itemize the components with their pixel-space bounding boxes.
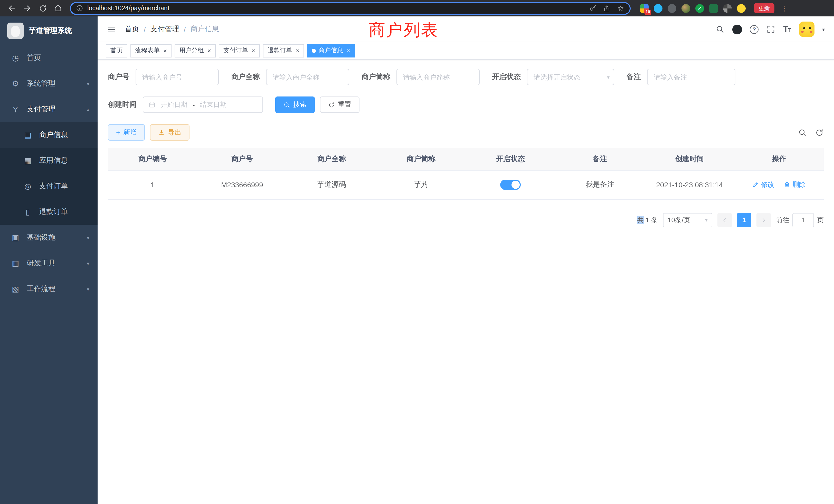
sidebar-item-workflow[interactable]: ▧ 工作流程 ▾ xyxy=(0,276,97,302)
next-page-button[interactable] xyxy=(756,213,771,227)
refresh-table-icon[interactable] xyxy=(815,128,824,137)
browser-profile-avatar[interactable] xyxy=(681,4,690,13)
edit-link[interactable]: 修改 xyxy=(752,180,774,189)
close-icon[interactable]: × xyxy=(296,47,300,54)
close-icon[interactable]: × xyxy=(347,47,350,54)
extension-check-icon[interactable]: ✓ xyxy=(695,4,704,13)
extension-emoji-icon[interactable] xyxy=(737,4,746,13)
full-name-label: 商户全称 xyxy=(231,72,260,82)
user-menu-caret-icon[interactable]: ▾ xyxy=(822,26,825,32)
search-button[interactable]: 搜索 xyxy=(275,96,315,113)
remark-input[interactable] xyxy=(647,69,736,85)
page-1-button[interactable]: 1 xyxy=(737,213,751,227)
tab-merchant-info[interactable]: 商户信息 × xyxy=(307,44,355,57)
site-info-icon xyxy=(76,5,83,12)
breadcrumb-payment[interactable]: 支付管理 xyxy=(151,25,179,34)
extension-grid-icon[interactable]: 10 xyxy=(640,4,649,13)
header-search-icon[interactable] xyxy=(716,25,725,34)
edit-icon xyxy=(752,181,759,188)
browser-home-icon[interactable] xyxy=(51,2,65,15)
col-short-name: 商户简称 xyxy=(376,148,466,170)
table-header-row: 商户编号 商户号 商户全称 商户简称 开启状态 备注 创建时间 操作 xyxy=(108,148,824,170)
export-button[interactable]: 导出 xyxy=(150,124,190,141)
col-full-name: 商户全称 xyxy=(287,148,376,170)
chevron-down-icon: ▾ xyxy=(705,217,708,223)
status-toggle[interactable] xyxy=(500,180,521,190)
full-name-input[interactable] xyxy=(266,69,349,85)
annotation-title: 商户列表 xyxy=(369,19,439,42)
extension-dark-icon[interactable] xyxy=(667,4,676,13)
tab-home[interactable]: 首页 xyxy=(106,44,127,57)
merchant-table: 商户编号 商户号 商户全称 商户简称 开启状态 备注 创建时间 操作 1 xyxy=(108,148,824,199)
sidebar-collapse-icon[interactable] xyxy=(107,24,116,34)
close-icon[interactable]: × xyxy=(163,47,167,54)
pagination-total: 共 1 条 xyxy=(637,215,658,225)
browser-back-icon[interactable] xyxy=(5,2,19,15)
status-select[interactable] xyxy=(527,69,614,85)
download-icon xyxy=(158,129,165,136)
github-icon[interactable] xyxy=(732,24,742,34)
sidebar-item-payment[interactable]: ¥ 支付管理 ▴ xyxy=(0,96,97,122)
delete-link[interactable]: 删除 xyxy=(784,180,806,189)
cell-status xyxy=(466,170,555,199)
goto-page-input[interactable] xyxy=(792,213,814,227)
short-name-input[interactable] xyxy=(396,69,480,85)
sidebar-item-app-info[interactable]: ▦ 应用信息 xyxy=(0,148,97,174)
browser-menu-icon[interactable]: ⋮ xyxy=(781,4,788,12)
yen-icon: ¥ xyxy=(10,105,21,114)
browser-update-button[interactable]: 更新 xyxy=(754,3,774,13)
sidebar-item-pay-orders[interactable]: ◎ 支付订单 xyxy=(0,174,97,199)
extension-square-icon[interactable] xyxy=(709,4,718,13)
calendar-icon xyxy=(148,101,156,108)
dashboard-icon: ◷ xyxy=(10,53,21,63)
card-icon: ▤ xyxy=(23,130,33,140)
col-status: 开启状态 xyxy=(466,148,555,170)
sidebar-item-merchant-info[interactable]: ▤ 商户信息 xyxy=(0,122,97,148)
remark-label: 备注 xyxy=(627,72,641,82)
url-bar[interactable]: localhost:1024/pay/merchant xyxy=(70,2,631,15)
add-button[interactable]: + 新增 xyxy=(108,124,145,141)
extension-pinwheel-icon[interactable] xyxy=(723,4,732,13)
search-icon xyxy=(284,101,290,108)
sidebar-item-system[interactable]: ⚙ 系统管理 ▾ xyxy=(0,71,97,96)
tab-process-form[interactable]: 流程表单 × xyxy=(130,44,172,57)
reset-button[interactable]: 重置 xyxy=(320,96,359,113)
sidebar-item-dev-tools[interactable]: ▥ 研发工具 ▾ xyxy=(0,250,97,276)
help-icon[interactable]: ? xyxy=(750,25,759,33)
breadcrumb: 首页 / 支付管理 / 商户信息 xyxy=(125,25,219,34)
merchant-no-input[interactable] xyxy=(136,69,219,85)
status-label: 开启状态 xyxy=(492,72,521,82)
user-avatar[interactable] xyxy=(799,22,814,37)
close-icon[interactable]: × xyxy=(207,47,211,54)
col-remark: 备注 xyxy=(555,148,645,170)
toolbox-icon: ▥ xyxy=(10,259,21,268)
extension-badge: 10 xyxy=(644,9,651,15)
fullscreen-icon[interactable] xyxy=(766,25,775,34)
create-time-range-picker[interactable]: 开始日期 - 结束日期 xyxy=(143,96,263,113)
sidebar-item-refund-orders[interactable]: ▯ 退款订单 xyxy=(0,199,97,225)
payment-submenu: ▤ 商户信息 ▦ 应用信息 ◎ 支付订单 ▯ 退款订单 xyxy=(0,122,97,225)
tab-refund-orders[interactable]: 退款订单 × xyxy=(263,44,304,57)
show-search-icon[interactable] xyxy=(798,128,807,137)
bookmark-star-icon[interactable] xyxy=(617,4,624,12)
goto-page: 前往 页 xyxy=(776,213,824,227)
tab-user-group[interactable]: 用户分组 × xyxy=(175,44,216,57)
prev-page-button[interactable] xyxy=(718,213,732,227)
browser-forward-icon[interactable] xyxy=(21,2,34,15)
font-size-icon[interactable]: TT xyxy=(783,25,791,33)
extension-drop-icon[interactable] xyxy=(654,4,662,13)
browser-reload-icon[interactable] xyxy=(36,2,49,15)
col-actions: 操作 xyxy=(734,148,824,170)
sidebar-item-home[interactable]: ◷ 首页 xyxy=(0,45,97,71)
chevron-down-icon: ▾ xyxy=(87,286,89,292)
tab-pay-orders[interactable]: 支付订单 × xyxy=(219,44,260,57)
sidebar-item-infrastructure[interactable]: ▣ 基础设施 ▾ xyxy=(0,225,97,250)
close-icon[interactable]: × xyxy=(251,47,255,54)
extensions-area: 10 ✓ xyxy=(640,4,746,13)
password-key-icon[interactable] xyxy=(589,4,597,12)
page-size-select[interactable]: 10条/页 ▾ xyxy=(663,213,712,227)
col-create-time: 创建时间 xyxy=(645,148,734,170)
chevron-down-icon: ▾ xyxy=(87,260,89,266)
share-icon[interactable] xyxy=(603,4,611,12)
breadcrumb-home[interactable]: 首页 xyxy=(125,25,139,34)
